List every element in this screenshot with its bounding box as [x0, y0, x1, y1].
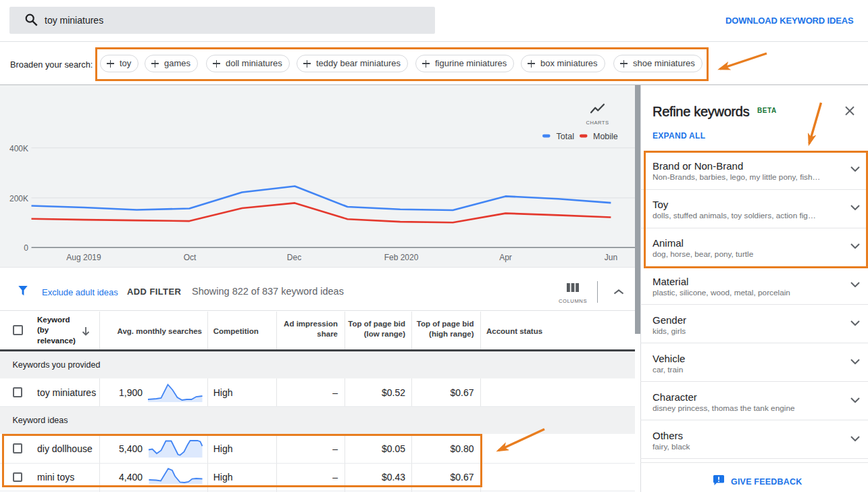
svg-text:Apr: Apr	[499, 253, 512, 262]
svg-text:Oct: Oct	[184, 253, 197, 262]
svg-text:Mobile: Mobile	[593, 132, 618, 141]
svg-text:Jun: Jun	[605, 253, 617, 262]
svg-text:Feb 2020: Feb 2020	[384, 253, 419, 262]
svg-text:0: 0	[24, 243, 28, 253]
svg-text:Total: Total	[557, 132, 574, 141]
svg-text:Dec: Dec	[287, 253, 301, 262]
svg-text:Aug 2019: Aug 2019	[66, 253, 101, 262]
svg-text:CHARTS: CHARTS	[586, 120, 609, 126]
svg-text:400K: 400K	[9, 144, 28, 153]
svg-text:200K: 200K	[9, 194, 28, 203]
